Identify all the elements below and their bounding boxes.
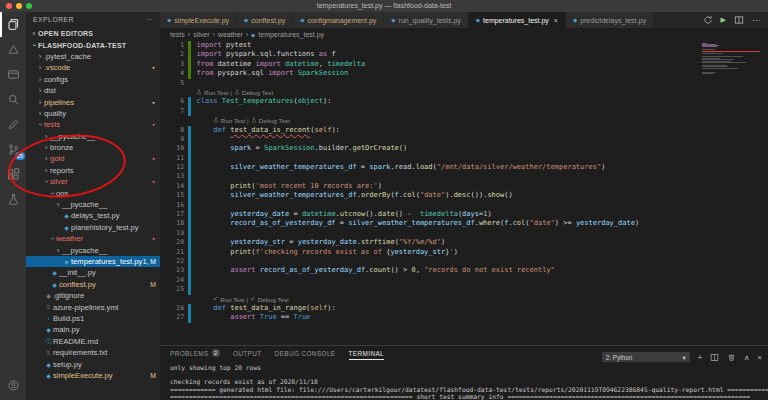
tree-item-azure-pipelines-yml[interactable]: ≡azure-pipelines.yml (26, 301, 160, 312)
tab-run-quality-tests-py[interactable]: ◆run_quality_tests.py (384, 12, 469, 28)
terminal-selector[interactable]: 2: Python ▾ (602, 352, 690, 362)
line-number[interactable]: 4 (160, 69, 188, 78)
minimap[interactable] (702, 43, 760, 74)
panel-tab-problems[interactable]: PROBLEMS2 (170, 346, 220, 360)
tree-item-tests[interactable]: ›tests● (26, 119, 160, 130)
tree-item-dist[interactable]: ›dist (26, 85, 160, 96)
tree-item--gitignore[interactable]: ◆.gitignore (26, 290, 160, 301)
line-number[interactable]: 18 (160, 219, 188, 228)
line-number[interactable]: 7 (160, 107, 188, 116)
breadcrumb-item[interactable]: silver (193, 31, 209, 38)
close-panel-icon[interactable]: × (758, 353, 762, 362)
line-number[interactable]: 20 (160, 238, 188, 247)
tree-item-planehistory-test-py[interactable]: ◆planehistory_test.py (26, 222, 160, 233)
tab-conftest-py[interactable]: ◆conftest.py (237, 12, 293, 28)
tree-item-weather[interactable]: ›weather● (26, 233, 160, 244)
tree-item-delays-test-py[interactable]: ◆delays_test.py (26, 210, 160, 221)
tree-item--pycache-[interactable]: ›__pycache__ (26, 131, 160, 142)
tree-item--pytest-cache[interactable]: ›.pytest_cache (26, 51, 160, 62)
tree-item--vscode[interactable]: ›.vscode● (26, 62, 160, 73)
line-number[interactable]: 15 (160, 191, 188, 200)
tab-simpleexecute-py[interactable]: ◆simpleExecute.py (160, 12, 237, 28)
line-number[interactable]: 25 (160, 285, 188, 294)
search-icon[interactable] (0, 87, 26, 112)
tree-item-requirements-txt[interactable]: ≡requirements.txt (26, 347, 160, 358)
line-number[interactable]: 8 (160, 126, 188, 135)
line-number[interactable]: 6 (160, 97, 188, 106)
tree-item-temperatures-test-py[interactable]: ◆temperatures_test.py1, M (26, 256, 160, 267)
tree-item-bronze[interactable]: ›bronze (26, 142, 160, 153)
tree-item--init-py[interactable]: ◆__init__.py (26, 267, 160, 278)
pencil-icon[interactable] (0, 112, 26, 137)
tree-item-configs[interactable]: ›configs (26, 74, 160, 85)
tree-item-gold[interactable]: ›gold● (26, 153, 160, 164)
triangle-logo-icon[interactable] (0, 37, 26, 62)
panel-tab-terminal[interactable]: TERMINAL (349, 346, 385, 360)
window-icon[interactable] (0, 62, 26, 87)
panel-tab-output[interactable]: OUTPUT (233, 346, 262, 360)
tree-item-ops[interactable]: ›ops (26, 187, 160, 198)
run-test-link[interactable]: Run Test (220, 296, 244, 303)
tree-item--pycache-[interactable]: ›__pycache__ (26, 244, 160, 255)
panel-tab-debug-console[interactable]: DEBUG CONSOLE (275, 346, 336, 360)
sidebar-section-flashfood-data-test[interactable]: ›FLASHFOOD-DATA-TEST (26, 39, 160, 50)
tree-item-build-ps1[interactable]: ›Build.ps1 (26, 313, 160, 324)
restart-icon[interactable] (703, 11, 713, 29)
tree-item-quality[interactable]: ›quality (26, 108, 160, 119)
tree-item-simpleexecute-py[interactable]: ◆simpleExecute.pyM (26, 370, 160, 381)
new-terminal-icon[interactable]: + (698, 353, 702, 362)
tab-predictdelays-test-py[interactable]: ◆predictdelays_test.py (566, 12, 654, 28)
line-number[interactable]: 2 (160, 50, 188, 59)
tab-close-icon[interactable]: × (554, 17, 558, 24)
tree-item-reports[interactable]: ›reports (26, 165, 160, 176)
tree-item-readme-md[interactable]: ⓘREADME.md (26, 336, 160, 347)
line-number[interactable]: 11 (160, 154, 188, 163)
account-icon[interactable] (0, 373, 26, 398)
tree-item-setup-py[interactable]: ◆setup.py (26, 358, 160, 369)
line-number[interactable]: 23 (160, 266, 188, 275)
beaker-icon[interactable] (0, 187, 26, 212)
line-number[interactable]: 27 (160, 313, 188, 322)
breadcrumb-item[interactable]: tests (170, 31, 185, 38)
tree-item--pycache-[interactable]: ›__pycache__ (26, 199, 160, 210)
tree-item-pipelines[interactable]: ›pipelines● (26, 96, 160, 107)
line-number[interactable]: 1 (160, 41, 188, 50)
split-editor-icon[interactable] (734, 11, 744, 29)
debug-test-link[interactable]: Debug Test (242, 89, 273, 96)
line-number[interactable]: 26 (160, 304, 188, 313)
editor-more-actions-icon[interactable]: ⋯ (752, 16, 760, 25)
tree-item-conftest-py[interactable]: ◆conftest.pyM (26, 279, 160, 290)
line-number[interactable]: 10 (160, 144, 188, 153)
explorer-more-icon[interactable]: ⋯ (146, 12, 153, 28)
line-number[interactable]: 24 (160, 276, 188, 285)
breadcrumb-item[interactable]: weather (218, 31, 243, 38)
line-number[interactable]: 19 (160, 229, 188, 238)
maximize-panel-icon[interactable]: ∧ (744, 353, 750, 362)
line-number[interactable]: 22 (160, 257, 188, 266)
tab-configmanagement-py[interactable]: ◆configmanagement.py (293, 12, 384, 28)
sidebar-section-open-editors[interactable]: ›OPEN EDITORS (26, 28, 160, 39)
tree-item-main-py[interactable]: ◆main.py (26, 324, 160, 335)
kill-terminal-icon[interactable] (727, 348, 736, 366)
line-number[interactable]: 21 (160, 248, 188, 257)
extensions-icon[interactable] (0, 162, 26, 187)
tree-item-silver[interactable]: ›silver● (26, 176, 160, 187)
line-number[interactable]: 17 (160, 210, 188, 219)
line-number[interactable]: 13 (160, 172, 188, 181)
line-number[interactable]: 3 (160, 60, 188, 69)
line-number[interactable]: 9 (160, 135, 188, 144)
run-test-link[interactable]: Run Test (204, 89, 228, 96)
run-test-link[interactable]: Run Test (221, 117, 245, 124)
line-number[interactable]: 5 (160, 79, 188, 88)
tab-temperatures-test-py[interactable]: ◆temperatures_test.py× (469, 12, 566, 28)
debug-test-link[interactable]: Debug Test (258, 296, 289, 303)
explorer-icon[interactable] (0, 12, 26, 37)
line-number[interactable]: 16 (160, 201, 188, 210)
source-control-icon[interactable]: 25 (0, 137, 26, 162)
line-number[interactable]: 14 (160, 182, 188, 191)
split-terminal-icon[interactable] (710, 348, 719, 366)
debug-test-link[interactable]: Debug Test (259, 117, 290, 124)
line-number[interactable]: 12 (160, 163, 188, 172)
run-button[interactable]: ▶ (721, 16, 726, 24)
breadcrumb-item[interactable]: temperatures_test.py (258, 31, 324, 38)
